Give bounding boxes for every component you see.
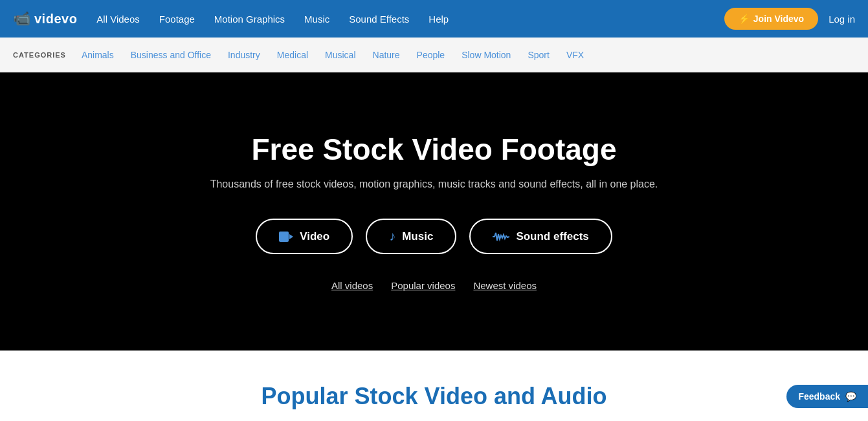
sound-btn-label: Sound effects bbox=[516, 230, 588, 243]
hero-subtitle: Thousands of free stock videos, motion g… bbox=[210, 178, 658, 190]
music-icon: ♪ bbox=[389, 229, 395, 244]
all-videos-link[interactable]: All videos bbox=[331, 280, 373, 291]
video-icon bbox=[279, 232, 293, 242]
brand-name: videvo bbox=[34, 12, 77, 27]
bolt-icon: ⚡ bbox=[739, 14, 750, 24]
hero-quick-links: All videos Popular videos Newest videos bbox=[331, 280, 537, 291]
feedback-label: Feedback bbox=[798, 391, 840, 402]
newest-videos-link[interactable]: Newest videos bbox=[473, 280, 537, 291]
svg-rect-0 bbox=[279, 232, 289, 242]
nav-motion-graphics[interactable]: Motion Graphics bbox=[214, 14, 285, 25]
category-nature[interactable]: Nature bbox=[373, 50, 400, 60]
feedback-button[interactable]: Feedback 💬 bbox=[786, 385, 868, 408]
category-business[interactable]: Business and Office bbox=[131, 50, 211, 60]
nav-help[interactable]: Help bbox=[428, 14, 449, 25]
category-musical[interactable]: Musical bbox=[325, 50, 355, 60]
hero-section: Free Stock Video Footage Thousands of fr… bbox=[0, 72, 868, 351]
popular-videos-link[interactable]: Popular videos bbox=[391, 280, 455, 291]
category-people[interactable]: People bbox=[417, 50, 445, 60]
category-industry[interactable]: Industry bbox=[228, 50, 260, 60]
category-vfx[interactable]: VFX bbox=[566, 50, 584, 60]
nav-all-videos[interactable]: All Videos bbox=[96, 14, 139, 25]
video-btn-label: Video bbox=[300, 230, 329, 243]
popular-highlight: Popular bbox=[261, 383, 348, 409]
waveform-icon bbox=[493, 232, 509, 242]
video-button[interactable]: Video bbox=[256, 219, 353, 254]
svg-marker-1 bbox=[289, 234, 293, 239]
nav-sound-effects[interactable]: Sound Effects bbox=[349, 14, 409, 25]
logo[interactable]: 📹 videvo bbox=[13, 10, 77, 27]
logo-icon: 📹 bbox=[13, 10, 30, 27]
category-slow-motion[interactable]: Slow Motion bbox=[462, 50, 511, 60]
popular-section: Popular Stock Video and Audio bbox=[0, 351, 868, 421]
join-button[interactable]: ⚡ Join Videvo bbox=[724, 8, 818, 30]
nav-right: ⚡ Join Videvo Log in bbox=[724, 8, 855, 30]
join-label: Join Videvo bbox=[753, 14, 804, 24]
popular-title: Popular Stock Video and Audio bbox=[261, 383, 606, 410]
music-btn-label: Music bbox=[402, 230, 433, 243]
sound-effects-button[interactable]: Sound effects bbox=[469, 219, 612, 254]
nav-footage[interactable]: Footage bbox=[159, 14, 195, 25]
login-link[interactable]: Log in bbox=[829, 14, 855, 25]
nav-music[interactable]: Music bbox=[304, 14, 329, 25]
popular-rest: Stock Video and Audio bbox=[348, 383, 606, 409]
category-links: Animals Business and Office Industry Med… bbox=[82, 50, 584, 60]
categories-bar: CATEGORIES Animals Business and Office I… bbox=[0, 38, 868, 72]
categories-label: CATEGORIES bbox=[13, 51, 66, 59]
nav-links: All Videos Footage Motion Graphics Music… bbox=[96, 14, 724, 25]
chat-icon: 💬 bbox=[845, 391, 856, 402]
top-navigation: 📹 videvo All Videos Footage Motion Graph… bbox=[0, 0, 868, 38]
hero-title: Free Stock Video Footage bbox=[251, 132, 616, 167]
category-sport[interactable]: Sport bbox=[528, 50, 549, 60]
hero-buttons: Video ♪ Music Sound effects bbox=[256, 219, 612, 254]
category-medical[interactable]: Medical bbox=[277, 50, 308, 60]
music-button[interactable]: ♪ Music bbox=[366, 219, 456, 254]
category-animals[interactable]: Animals bbox=[82, 50, 114, 60]
